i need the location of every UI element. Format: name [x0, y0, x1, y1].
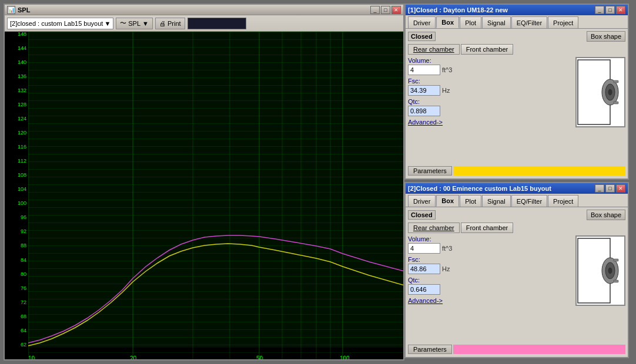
panel1-qtc-input[interactable] — [408, 106, 440, 116]
panel1-volume-unit: ft^3 — [442, 66, 452, 73]
svg-text:50: 50 — [256, 355, 263, 359]
panel1-tab-plot[interactable]: Plot — [460, 16, 481, 28]
panel1-content: Closed Box shape Rear chamber Front cham… — [406, 29, 628, 178]
panel1-tab-project[interactable]: Project — [548, 16, 578, 28]
y-label-124: 124 — [5, 116, 28, 122]
panel2-qtc-label: Qtc: — [408, 277, 573, 284]
svg-rect-3 — [28, 32, 403, 359]
panel1-fsc-input[interactable] — [408, 85, 440, 96]
panel1-volume-label: Volume: — [408, 57, 573, 64]
svg-text:10: 10 — [28, 355, 35, 359]
panel1-title: [1]Closed : Dayton UM18-22 new — [408, 6, 508, 14]
y-label-64: 64 — [5, 328, 28, 333]
panel2-params: Volume: ft^3 Fsc: Hz Q — [408, 235, 573, 342]
spl-toolbar: [2]closed : custom Lab15 buyout ▼ 〜 SPL … — [5, 15, 403, 32]
spl-dropdown-arrow: ▼ — [142, 20, 149, 27]
panel1-parameters-btn[interactable]: Parameters — [408, 166, 452, 176]
panel2-tab-plot[interactable]: Plot — [460, 195, 481, 207]
panel2-parameters-bar-pink — [453, 345, 625, 354]
panel2-qtc-input[interactable] — [408, 284, 440, 295]
panel2-volume-row: Volume: ft^3 — [408, 235, 573, 254]
spl-minimize-btn[interactable]: _ — [370, 6, 380, 14]
panel2-parameters-btn[interactable]: Parameters — [408, 345, 452, 354]
y-label-144: 144 — [5, 46, 28, 51]
y-label-136: 136 — [5, 74, 28, 79]
spl-window: 📊 SPL _ □ ✕ [2]closed : custom Lab15 buy… — [4, 4, 404, 360]
y-label-62: 62 — [5, 342, 28, 348]
y-label-120: 120 — [5, 130, 28, 136]
panel1-minimize-btn[interactable]: _ — [595, 6, 604, 14]
y-label-68: 68 — [5, 314, 28, 319]
y-label-104: 104 — [5, 187, 28, 192]
panel2-volume-input[interactable] — [408, 243, 440, 254]
svg-rect-28 — [614, 80, 618, 83]
panel1-tab-driver[interactable]: Driver — [408, 16, 436, 28]
panel2-close-btn[interactable]: ✕ — [616, 184, 625, 193]
spl-mode-btn[interactable]: 〜 SPL ▼ — [116, 18, 153, 29]
panel2-content: Closed Box shape Rear chamber Front cham… — [406, 207, 628, 357]
panel2-tab-project[interactable]: Project — [548, 195, 578, 207]
panel2-title: [2]Closed : 00 Eminence custom Lab15 buy… — [408, 185, 551, 192]
y-label-72: 72 — [5, 300, 28, 305]
channel-dropdown[interactable]: [2]closed : custom Lab15 buyout ▼ — [7, 18, 113, 29]
panel1-close-btn[interactable]: ✕ — [616, 6, 625, 14]
panel1-tab-signal[interactable]: Signal — [482, 16, 511, 28]
panel1-tabs: Driver Box Plot Signal EQ/Filter Project — [406, 15, 628, 29]
print-icon: 🖨 — [159, 20, 166, 27]
svg-point-33 — [608, 268, 612, 274]
panel2-titlebar: [2]Closed : 00 Eminence custom Lab15 buy… — [406, 183, 628, 194]
panel2-advanced-btn[interactable]: Advanced-> — [408, 297, 443, 304]
spl-close-btn[interactable]: ✕ — [391, 6, 401, 14]
spl-icon: 📊 — [7, 6, 15, 14]
print-btn[interactable]: 🖨 Print — [155, 18, 185, 29]
y-label-148: 148 — [5, 32, 28, 37]
panel2-rear-chamber-tab[interactable]: Rear chamber — [408, 223, 460, 233]
panel2-fsc-input[interactable] — [408, 264, 440, 274]
channel-dropdown-label: [2]closed : custom Lab15 buyout — [10, 20, 103, 27]
spl-wave-icon: 〜 — [120, 19, 126, 28]
panel2-speaker-svg — [577, 235, 624, 306]
panel1-fsc-label: Fsc: — [408, 77, 573, 85]
svg-rect-34 — [614, 259, 618, 261]
panel1-box-shape-btn[interactable]: Box shape — [587, 31, 625, 42]
panel1-maximize-btn[interactable]: □ — [605, 6, 615, 14]
panel2-tab-driver[interactable]: Driver — [408, 195, 436, 207]
graph-area: 148 144 140 136 132 128 124 120 116 112 … — [5, 32, 403, 359]
spl-window-buttons: _ □ ✕ — [370, 6, 401, 14]
svg-text:20: 20 — [130, 355, 137, 359]
y-label-140: 140 — [5, 60, 28, 65]
panel1-tab-eqfilter[interactable]: EQ/Filter — [511, 16, 547, 28]
y-label-132: 132 — [5, 88, 28, 93]
spl-maximize-btn[interactable]: □ — [381, 6, 390, 14]
panel2-volume-label: Volume: — [408, 235, 573, 242]
panel2-tab-box[interactable]: Box — [436, 195, 459, 207]
panel1-rear-chamber-tab[interactable]: Rear chamber — [408, 44, 460, 55]
panel2-speaker-graphic — [575, 235, 625, 306]
panel2-tabs: Driver Box Plot Signal EQ/Filter Project — [406, 194, 628, 207]
panel1-fsc-input-row: Hz — [408, 85, 573, 96]
graph-svg: 10 20 50 100 200 500 — [28, 32, 403, 359]
panel1-front-chamber-tab[interactable]: Front chamber — [461, 44, 514, 55]
panel2-minimize-btn[interactable]: _ — [595, 184, 604, 193]
panel1-volume-input-row: ft^3 — [408, 65, 573, 75]
panel2-box-shape-btn[interactable]: Box shape — [587, 210, 625, 220]
panel1-params: Volume: ft^3 Fsc: Hz Q — [408, 57, 573, 163]
panel2-fsc-label: Fsc: — [408, 256, 573, 263]
panel2-parameters-bar: Parameters — [408, 344, 625, 355]
panel1-window-buttons: _ □ ✕ — [595, 6, 625, 14]
panel1-box-type-bar: Closed Box shape — [408, 31, 625, 42]
y-axis: 148 144 140 136 132 128 124 120 116 112 … — [5, 32, 28, 348]
panel2-box-type-bar: Closed Box shape — [408, 210, 625, 220]
svg-rect-35 — [614, 280, 618, 282]
panel1-volume-input[interactable] — [408, 65, 440, 75]
panel2-tab-signal[interactable]: Signal — [482, 195, 511, 207]
y-label-84: 84 — [5, 258, 28, 263]
panel2-maximize-btn[interactable]: □ — [605, 184, 615, 193]
panel1-parameters-bar: Parameters — [408, 166, 625, 176]
panel2-fsc-unit: Hz — [442, 265, 450, 272]
spl-title-left: 📊 SPL — [7, 6, 30, 14]
panel2-front-chamber-tab[interactable]: Front chamber — [461, 223, 514, 233]
panel1-advanced-btn[interactable]: Advanced-> — [408, 119, 443, 126]
panel1-tab-box[interactable]: Box — [436, 16, 459, 28]
panel2-tab-eqfilter[interactable]: EQ/Filter — [511, 195, 547, 207]
